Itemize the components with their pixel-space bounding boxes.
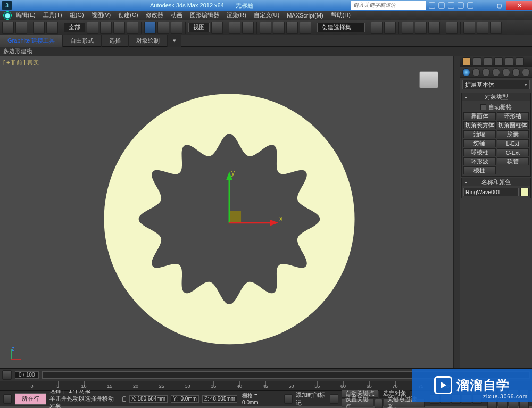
btn-cext[interactable]: C-Ext <box>497 148 529 156</box>
coord-y[interactable]: Y:-0.0mm <box>171 395 199 403</box>
menu-modifiers[interactable]: 修改器 <box>146 11 163 19</box>
tab-display-icon[interactable] <box>505 57 513 66</box>
btn-prism[interactable]: 棱柱 <box>463 166 496 174</box>
menu-help[interactable]: 帮助(H) <box>331 11 351 19</box>
btn-spindle[interactable]: 纺锤 <box>463 139 496 147</box>
add-time-tag[interactable]: 添加时间标记 <box>296 391 326 407</box>
shapes-icon[interactable] <box>472 68 480 77</box>
tab-hierarchy-icon[interactable] <box>484 57 492 66</box>
object-name-input[interactable]: RingWave001 <box>463 188 519 196</box>
menu-maxscript[interactable]: MAXScript(M) <box>287 12 323 19</box>
select-name-button[interactable] <box>100 22 112 34</box>
key-icon[interactable] <box>375 399 383 409</box>
menu-customize[interactable]: 自定义(U) <box>254 11 279 19</box>
btn-chamferbox[interactable]: 切角长方体 <box>463 121 496 129</box>
mirror-button[interactable] <box>371 22 383 34</box>
btn-lext[interactable]: L-Ext <box>497 139 529 147</box>
exchange-icon[interactable] <box>458 2 464 9</box>
app-menu-icon[interactable]: ⬤ <box>3 11 12 20</box>
btn-ringwave[interactable]: 环形波 <box>463 157 496 165</box>
manip-button[interactable] <box>229 22 240 34</box>
tab-utilities-icon[interactable] <box>516 57 524 66</box>
tab-create-icon[interactable] <box>462 57 471 66</box>
rollout-object-type[interactable]: 对象类型 <box>461 93 531 101</box>
btn-hose[interactable]: 软管 <box>497 157 529 165</box>
menu-edit[interactable]: 编辑(E) <box>16 11 36 19</box>
spacewarps-icon[interactable] <box>512 68 520 77</box>
menu-render[interactable]: 渲染(R) <box>227 11 246 19</box>
keymode-button[interactable] <box>242 22 254 34</box>
infocenter-icon[interactable] <box>429 2 435 9</box>
btn-gengon[interactable]: 球棱柱 <box>463 148 496 156</box>
btn-capsule[interactable]: 胶囊 <box>497 130 529 138</box>
coord-x[interactable]: X:180.684mm <box>129 395 168 403</box>
percent-snap[interactable] <box>286 22 298 34</box>
menu-view[interactable]: 视图(V) <box>92 11 111 19</box>
btn-oiltank[interactable]: 油罐 <box>463 130 496 138</box>
undo-button[interactable] <box>2 22 14 34</box>
search-input[interactable]: 键入关键字或短语 <box>351 1 426 10</box>
close-button[interactable]: ✕ <box>506 1 532 10</box>
tab-graphite[interactable]: Graphite 建模工具 <box>0 35 63 47</box>
menu-grapheditors[interactable]: 图形编辑器 <box>190 11 219 19</box>
angle-snap[interactable] <box>273 22 285 34</box>
viewport-front[interactable]: [ + ][ 前 ] 真实 y x z <box>0 56 453 368</box>
autogrid-checkbox[interactable] <box>480 104 486 110</box>
rotate-button[interactable] <box>157 22 169 34</box>
timetag-icon[interactable] <box>284 394 293 404</box>
refcoord-dropdown[interactable]: 视图 <box>188 23 210 32</box>
scale-button[interactable] <box>171 22 182 34</box>
tab-objectpaint[interactable]: 对象绘制 <box>129 35 168 47</box>
ribbon-expand[interactable]: ▾ <box>168 35 181 47</box>
systems-icon[interactable] <box>522 68 530 77</box>
btn-torusknot[interactable]: 环形结 <box>497 112 529 120</box>
helpers-icon[interactable] <box>502 68 510 77</box>
setkey-button[interactable]: 设置关键点 <box>342 399 373 407</box>
layers-button[interactable] <box>402 22 413 34</box>
render-production-button[interactable] <box>490 22 502 34</box>
tab-modify-icon[interactable] <box>473 57 481 66</box>
spinner-snap[interactable] <box>300 22 311 34</box>
tab-freeform[interactable]: 自由形式 <box>63 35 102 47</box>
menu-group[interactable]: 组(G) <box>70 11 84 19</box>
named-selection-sets[interactable]: 创建选择集 <box>317 23 365 32</box>
lights-icon[interactable] <box>482 68 490 77</box>
help-icon[interactable] <box>467 2 473 9</box>
snap-toggle[interactable] <box>260 22 271 34</box>
mini-listener-icon[interactable] <box>3 394 12 404</box>
coord-z[interactable]: Z:48.505mm <box>202 395 237 403</box>
material-editor-button[interactable] <box>446 22 458 34</box>
rollout-name-color[interactable]: 名称和颜色 <box>461 178 531 186</box>
timeconfig-icon[interactable] <box>2 370 12 380</box>
maximize-button[interactable]: ▢ <box>492 1 506 10</box>
viewport-scrollbar[interactable] <box>453 56 460 368</box>
tab-motion-icon[interactable] <box>494 57 503 66</box>
curve-editor-button[interactable] <box>415 22 427 34</box>
category-dropdown[interactable]: 扩展基本体 <box>462 80 530 89</box>
menu-create[interactable]: 创建(C) <box>118 11 138 19</box>
link-button[interactable] <box>33 22 45 34</box>
cameras-icon[interactable] <box>492 68 500 77</box>
btn-chamfercyl[interactable]: 切角圆柱体 <box>497 121 529 129</box>
tab-selection[interactable]: 选择 <box>102 35 129 47</box>
window-crossing-button[interactable] <box>127 22 138 34</box>
time-slider[interactable]: 0 / 100 <box>15 371 39 379</box>
menu-tools[interactable]: 工具(T) <box>43 11 62 19</box>
redo-button[interactable] <box>15 22 27 34</box>
rendered-frame-button[interactable] <box>477 22 488 34</box>
btn-hedra[interactable]: 异面体 <box>463 112 496 120</box>
move-button[interactable] <box>144 22 156 34</box>
unlink-button[interactable] <box>46 22 58 34</box>
select-region-button[interactable] <box>113 22 125 34</box>
schematic-button[interactable] <box>428 22 440 34</box>
object-color-swatch[interactable] <box>520 188 529 196</box>
menu-anim[interactable]: 动画 <box>171 11 182 19</box>
pivot-button[interactable] <box>211 22 223 34</box>
align-button[interactable] <box>384 22 396 34</box>
selection-filter[interactable]: 全部 <box>64 23 85 32</box>
select-object-button[interactable] <box>87 22 98 34</box>
geometry-icon[interactable] <box>462 68 470 77</box>
minimize-button[interactable]: – <box>477 1 492 10</box>
favorites-icon[interactable] <box>448 2 454 9</box>
lock-icon[interactable] <box>122 396 126 402</box>
